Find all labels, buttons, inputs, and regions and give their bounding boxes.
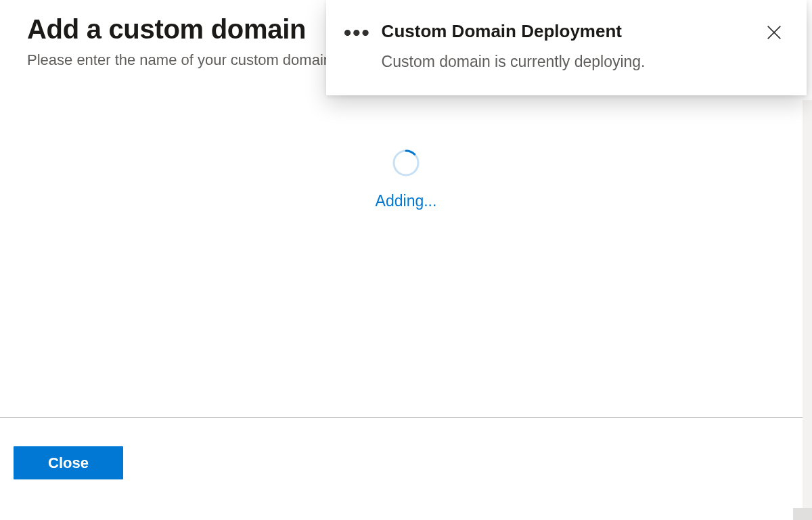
loading-area: Adding...: [0, 149, 812, 210]
notification-message: Custom domain is currently deploying.: [382, 53, 748, 71]
notification-close-button[interactable]: [759, 18, 789, 47]
progress-ellipsis-icon: •••: [344, 20, 371, 43]
scrollbar-corner: [793, 508, 812, 520]
notification-body: Custom Domain Deployment Custom domain i…: [382, 20, 748, 71]
close-icon: [765, 23, 784, 42]
deployment-notification-toast: ••• Custom Domain Deployment Custom doma…: [326, 0, 807, 95]
scrollbar-track[interactable]: [803, 100, 812, 520]
panel-footer: Close: [0, 417, 812, 520]
close-button[interactable]: Close: [14, 446, 123, 479]
loading-spinner-icon: [392, 149, 420, 177]
loading-status-text: Adding...: [376, 192, 437, 210]
notification-title: Custom Domain Deployment: [382, 20, 748, 43]
